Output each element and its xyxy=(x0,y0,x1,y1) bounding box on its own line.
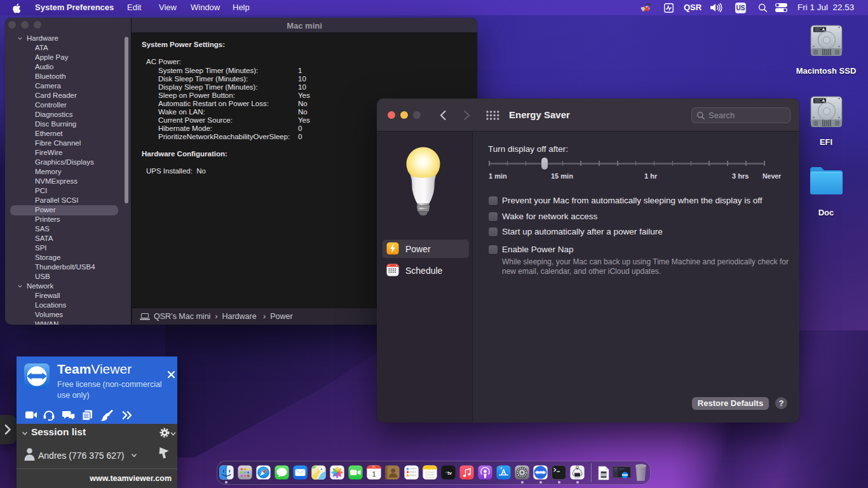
svg-text:tv: tv xyxy=(447,470,452,475)
svg-text:JUL: JUL xyxy=(372,466,376,468)
svg-text:1: 1 xyxy=(372,470,376,478)
